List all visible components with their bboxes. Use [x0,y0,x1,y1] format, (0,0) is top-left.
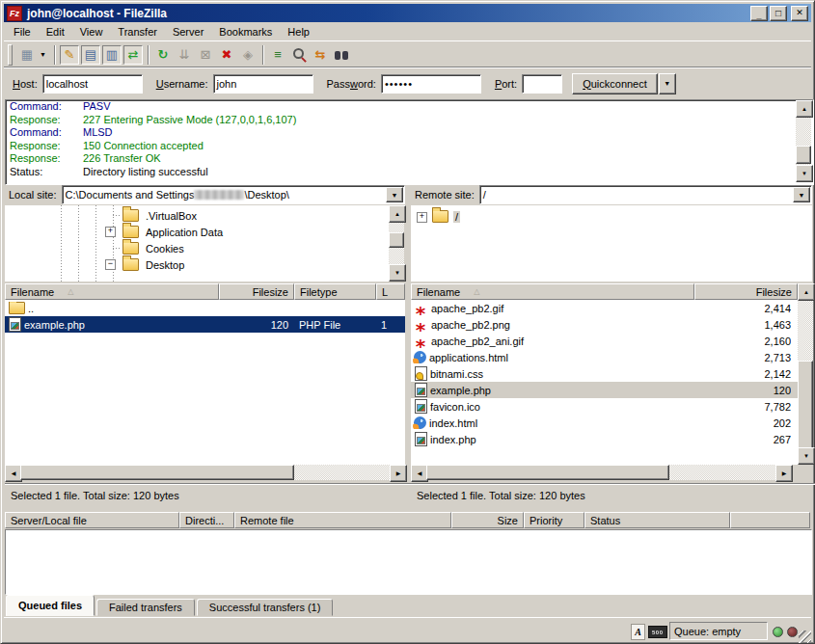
menu-help[interactable]: Help [280,24,317,40]
column-priority[interactable]: Priority [524,512,584,528]
remote-directory-tree[interactable]: + / [411,205,812,282]
disconnect-icon[interactable]: ✖ [217,45,236,65]
menu-view[interactable]: View [72,24,111,40]
username-input[interactable]: john [213,74,313,94]
menu-transfer[interactable]: Transfer [110,24,165,40]
synchronized-browsing-icon[interactable] [332,45,351,65]
local-tree-scrollbar[interactable]: ▲ ▼ [389,205,404,282]
local-list-hscrollbar[interactable]: ◀ ▶ [5,465,405,480]
scroll-up-icon[interactable]: ▲ [389,205,406,223]
transfer-queue-list[interactable] [5,529,812,595]
scroll-down-icon[interactable]: ▼ [798,447,815,465]
host-input[interactable]: localhost [42,74,143,94]
quickconnect-button[interactable]: Quickconnect [572,73,658,94]
remote-file-row[interactable]: favicon.ico 7,782 [411,398,798,415]
scroll-up-icon[interactable]: ▲ [798,283,815,301]
tab-queued-files[interactable]: Queued files [6,595,95,616]
scroll-right-icon[interactable]: ▶ [775,465,793,482]
menu-edit[interactable]: Edit [39,24,72,40]
remote-file-row-selected[interactable]: example.php 120 [411,382,798,398]
compare-directories-icon[interactable]: ⇆ [311,45,330,65]
search-icon[interactable] [289,45,309,65]
resize-grip[interactable] [799,631,811,643]
column-remote-file[interactable]: Remote file [234,512,451,528]
reconnect-icon[interactable]: ◈ [238,45,258,65]
tab-successful-transfers[interactable]: Successful transfers (1) [197,599,334,616]
cancel-operation-icon[interactable]: ⊠ [196,45,215,65]
maximize-button[interactable]: □ [770,6,787,21]
remote-file-row[interactable]: apache_pb2.gif 2,414 [411,300,798,316]
quickconnect-dropdown-icon[interactable]: ▼ [659,73,676,94]
expand-icon[interactable]: + [417,212,427,223]
column-direction[interactable]: Directi... [179,512,234,528]
scroll-thumb[interactable] [798,361,813,449]
remote-list-scrollbar[interactable]: ▲ ▼ [798,283,813,465]
remote-file-row[interactable]: bitnami.css 2,142 [411,365,798,382]
toolbar-gripper[interactable] [8,44,13,66]
column-lastmodified[interactable]: L [376,283,405,300]
password-input[interactable]: •••••• [381,74,481,94]
local-site-combo[interactable]: C:\Documents and Settings\Desktop\ ▼ [62,185,405,204]
remote-file-row[interactable]: index.php 267 [411,431,798,447]
collapse-icon[interactable]: − [105,259,116,270]
tree-item-virtualbox[interactable]: .VirtualBox [5,207,389,224]
toggle-message-log-icon[interactable]: ✎ [60,45,79,65]
scroll-up-icon[interactable]: ▲ [796,100,813,118]
filter-icon[interactable]: ≡ [268,45,287,65]
minimize-button[interactable]: _ [750,6,768,21]
tree-item-root[interactable]: + / [411,208,812,225]
tree-item-desktop[interactable]: − Desktop [5,256,389,273]
scroll-down-icon[interactable]: ▼ [389,264,406,282]
local-file-row[interactable]: .. [5,300,405,316]
toggle-remote-tree-icon[interactable]: ▥ [102,45,122,65]
remote-file-row[interactable]: applications.html 2,713 [411,349,798,365]
refresh-icon[interactable]: ↻ [153,45,173,65]
remote-file-row[interactable]: apache_pb2_ani.gif 2,160 [411,333,798,349]
close-button[interactable]: ✕ [791,6,808,21]
column-size[interactable]: Size [451,512,524,528]
column-filename[interactable]: Filename△ [411,283,694,300]
local-file-row-selected[interactable]: example.php 120 PHP File 1 [5,316,405,333]
tree-item-cookies[interactable]: Cookies [5,240,389,256]
toggle-local-tree-icon[interactable]: ▤ [81,45,100,65]
tab-failed-transfers[interactable]: Failed transfers [96,599,195,616]
column-status[interactable]: Status [584,512,730,528]
scroll-thumb[interactable] [20,465,294,480]
toggle-queue-icon[interactable]: ⇄ [123,45,143,65]
title-bar[interactable]: Fz john@localhost - FileZilla _ □ ✕ [4,4,811,22]
remote-site-dropdown-icon[interactable]: ▼ [793,187,810,202]
speed-limit-icon[interactable]: 500 [648,626,667,638]
column-filesize[interactable]: Filesize [219,283,294,300]
local-site-dropdown-icon[interactable]: ▼ [386,187,403,202]
remote-file-list[interactable]: apache_pb2.gif 2,414 apache_pb2.png 1,46… [411,300,798,465]
message-log-scrollbar[interactable]: ▲ ▼ [796,100,811,182]
local-file-list[interactable]: .. example.php 120 PHP File 1 [5,300,405,465]
tree-item-application-data[interactable]: + Application Data [5,224,389,240]
remote-file-row[interactable]: apache_pb2.png 1,463 [411,316,798,333]
remote-file-row[interactable]: index.html 202 [411,415,798,431]
column-filename[interactable]: Filename△ [5,283,219,300]
column-server-local-file[interactable]: Server/Local file [5,512,179,528]
column-filetype[interactable]: Filetype [294,283,376,300]
data-type-indicator-icon[interactable]: A [631,624,645,640]
sort-ascending-icon: △ [474,287,479,296]
scroll-thumb[interactable] [796,146,811,164]
log-text: Directory listing successful [83,166,208,179]
local-directory-tree[interactable]: .VirtualBox + Application Data Cookies −… [5,205,389,282]
remote-site-combo[interactable]: / ▼ [479,185,812,204]
menu-file[interactable]: File [6,24,39,40]
remote-list-hscrollbar[interactable]: ◀ ▶ [411,465,791,480]
port-input[interactable] [522,74,562,94]
menu-server[interactable]: Server [165,24,211,40]
scroll-down-icon[interactable]: ▼ [796,165,813,182]
expand-icon[interactable]: + [105,227,116,237]
site-manager-dropdown-icon[interactable]: ▼ [40,51,46,58]
message-log[interactable]: Command:PASV Response:227 Entering Passi… [5,99,814,185]
process-queue-icon[interactable]: ⇊ [175,45,194,65]
column-filesize[interactable]: Filesize [694,283,798,300]
menu-bookmarks[interactable]: Bookmarks [211,24,280,40]
scroll-right-icon[interactable]: ▶ [390,465,407,482]
scroll-thumb[interactable] [426,465,669,480]
scroll-thumb[interactable] [389,232,404,248]
site-manager-icon[interactable]: ▦ [17,45,37,65]
